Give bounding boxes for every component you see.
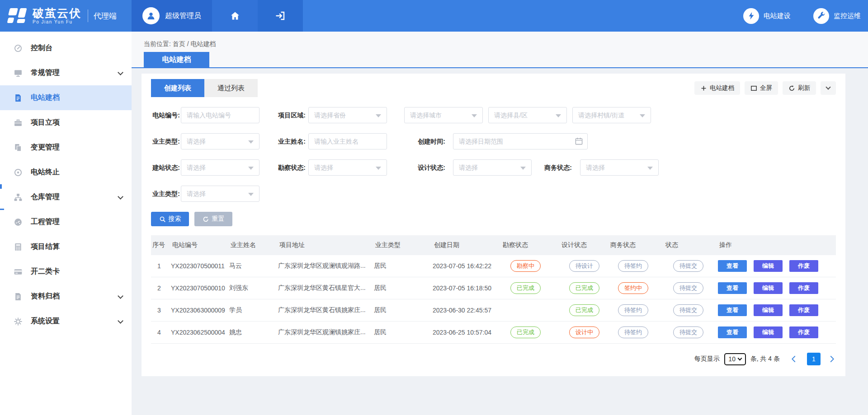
- cell-owner-type: 居民: [374, 306, 433, 314]
- next-page-button[interactable]: [828, 355, 836, 363]
- brand-title: 破茧云伏: [33, 7, 81, 19]
- cell-station-code: YX2023070500011: [171, 262, 229, 270]
- search-button[interactable]: 搜索: [151, 212, 189, 226]
- page-tab-station-archive[interactable]: 电站建档: [144, 52, 209, 67]
- void-row-button[interactable]: 作废: [789, 282, 818, 294]
- gauge-icon: [14, 43, 24, 53]
- city-select[interactable]: 请选择城市: [404, 107, 483, 123]
- sidebar-item-warehouse-mgmt[interactable]: 仓库管理: [0, 185, 132, 210]
- edit-row-button[interactable]: 编辑: [754, 282, 783, 294]
- sidebar-item-data-archive[interactable]: 资料归档: [0, 284, 132, 309]
- cell-address: 广东深圳龙华区黄石镇姚家庄...: [278, 306, 374, 314]
- chevron-down-icon: [118, 293, 123, 299]
- dashboard-icon: [14, 217, 24, 227]
- file-icon: [14, 292, 24, 302]
- wrench-icon: [813, 8, 829, 24]
- survey-status-select[interactable]: 请选择: [308, 159, 387, 176]
- reset-button[interactable]: 重置: [194, 212, 232, 226]
- sidebar-item-project-settle[interactable]: 项目结算: [0, 234, 132, 259]
- brand-subtitle: Po Jian Yun Fu: [33, 19, 81, 24]
- owner-name-input[interactable]: [308, 133, 387, 149]
- sidebar-item-change-mgmt[interactable]: 变更管理: [0, 135, 132, 160]
- panel: 创建列表通过列表 电站建档全屏刷新 电站编号:项目区域:请选择省份请选择城市请选…: [142, 74, 845, 376]
- owner-type-select[interactable]: 请选择: [181, 133, 259, 149]
- sidebar-item-station-archive[interactable]: 电站建档: [0, 85, 132, 110]
- sidebar-item-general-mgmt[interactable]: 常规管理: [0, 61, 132, 85]
- cell-status: 待提交: [664, 260, 718, 272]
- sidebar-item-station-stop[interactable]: 电站终止: [0, 160, 132, 185]
- logo[interactable]: 破茧云伏 Po Jian Yun Fu 代理端: [0, 0, 132, 32]
- cell-index: 3: [151, 307, 171, 314]
- column-header: 项目地址: [278, 241, 374, 249]
- build-status-select[interactable]: 请选择: [181, 159, 259, 176]
- province-select[interactable]: 请选择省份: [308, 107, 387, 123]
- top-nav-monitor-ops[interactable]: 监控运维: [813, 8, 861, 24]
- status-badge: 待签约: [618, 260, 648, 272]
- owner-type-select-2[interactable]: 请选择: [181, 186, 259, 202]
- business-status-select-label: 商务状态:: [539, 159, 572, 176]
- cell-station-code: YX2023070500010: [171, 284, 229, 292]
- home-button[interactable]: [212, 0, 258, 32]
- status-badge: 待提交: [673, 304, 703, 316]
- fullscreen-icon: [750, 85, 757, 92]
- sidebar-item-console[interactable]: 控制台: [0, 36, 132, 61]
- logout-button[interactable]: [258, 0, 303, 32]
- cell-actions: 查看编辑作废: [718, 260, 836, 272]
- view-row-button[interactable]: 查看: [718, 260, 747, 272]
- chevron-down-icon: [248, 193, 254, 196]
- per-page-select[interactable]: 10: [724, 353, 746, 365]
- column-header: 序号: [151, 241, 171, 249]
- create-station-button[interactable]: 电站建档: [694, 81, 740, 95]
- cell-address: 广东深圳龙华区观澜镇观湖路...: [278, 262, 374, 270]
- portal-label: 代理端: [94, 11, 117, 21]
- edit-row-button[interactable]: 编辑: [754, 326, 783, 338]
- prev-page-button[interactable]: [790, 355, 798, 363]
- sidebar: 控制台常规管理电站建档项目立项变更管理电站终止仓库管理工程管理项目结算开二类卡资…: [0, 32, 132, 415]
- status-badge: 待签约: [618, 326, 648, 338]
- created-date-range-input[interactable]: [453, 133, 588, 149]
- cell-address: 广东深圳龙华区观澜镇姚家庄...: [278, 328, 374, 336]
- top-nav-station-build[interactable]: 电站建设: [743, 8, 791, 24]
- village-select[interactable]: 请选择村镇/街道: [572, 107, 651, 123]
- cell-design-status: 设计中: [560, 326, 609, 338]
- edit-row-button[interactable]: 编辑: [754, 304, 783, 316]
- owner-type-select-label: 业主类型:: [151, 133, 180, 149]
- tab-passed-list[interactable]: 通过列表: [204, 79, 258, 97]
- sidebar-item-project-mgmt[interactable]: 工程管理: [0, 210, 132, 234]
- edit-row-button[interactable]: 编辑: [754, 260, 783, 272]
- fullscreen-button[interactable]: 全屏: [745, 81, 778, 95]
- view-row-button[interactable]: 查看: [718, 304, 747, 316]
- collapse-button[interactable]: [821, 81, 836, 95]
- main-content: 当前位置: 首页 / 电站建档 电站建档 创建列表通过列表 电站建档全屏刷新 电…: [132, 32, 868, 415]
- void-row-button[interactable]: 作废: [789, 304, 818, 316]
- avatar: [142, 7, 160, 24]
- chevron-down-icon: [472, 114, 477, 117]
- view-row-button[interactable]: 查看: [718, 326, 747, 338]
- view-row-button[interactable]: 查看: [718, 282, 747, 294]
- status-badge: 勘察中: [510, 260, 541, 272]
- void-row-button[interactable]: 作废: [789, 326, 818, 338]
- page-1-button[interactable]: 1: [807, 353, 821, 365]
- sidebar-item-system-settings[interactable]: 系统设置: [0, 309, 132, 334]
- station-code-input[interactable]: [181, 107, 259, 123]
- cell-survey-status: 已完成: [501, 282, 560, 294]
- void-row-button[interactable]: 作废: [789, 260, 818, 272]
- sidebar-item-project-setup[interactable]: 项目立项: [0, 110, 132, 135]
- tab-create-list[interactable]: 创建列表: [151, 79, 204, 97]
- status-badge: 已完成: [510, 282, 541, 294]
- business-status-select[interactable]: 请选择: [580, 159, 659, 176]
- sidebar-item-type2-card[interactable]: 开二类卡: [0, 259, 132, 284]
- status-badge: 已完成: [510, 326, 541, 338]
- cell-status: 待提交: [664, 304, 718, 316]
- station-table: 序号电站编号业主姓名项目地址业主类型创建日期勘察状态设计状态商务状态状态操作1Y…: [151, 235, 836, 344]
- column-header: 创建日期: [433, 241, 501, 249]
- design-status-select[interactable]: 请选择: [453, 159, 532, 176]
- refresh-button[interactable]: 刷新: [783, 81, 816, 95]
- status-badge: 设计中: [569, 326, 599, 338]
- cell-station-code: YX2023062500004: [171, 329, 229, 336]
- cell-actions: 查看编辑作废: [718, 282, 836, 294]
- cell-index: 2: [151, 284, 171, 292]
- county-select[interactable]: 请选择县/区: [488, 107, 567, 123]
- user-menu[interactable]: 超级管理员: [132, 0, 212, 32]
- user-name: 超级管理员: [165, 11, 201, 21]
